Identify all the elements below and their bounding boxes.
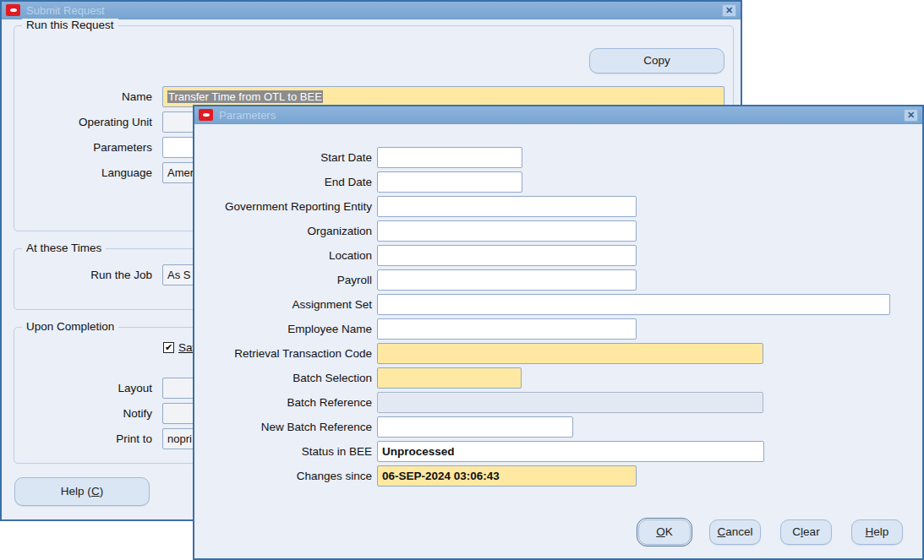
copy-button-label: Copy — [643, 54, 670, 67]
window-title: Submit Request — [26, 4, 105, 17]
clear-button-label-post: ear — [803, 525, 820, 538]
clear-button[interactable]: Clear — [780, 519, 832, 545]
copy-button[interactable]: Copy — [589, 48, 724, 73]
batch-selection-label: Batch Selection — [194, 367, 372, 389]
language-label: Language — [2, 162, 152, 183]
operating-unit-label: Operating Unit — [2, 111, 152, 133]
cancel-button-label-post: ancel — [725, 525, 752, 538]
end-date-label: End Date — [194, 171, 372, 193]
ok-button-accel: O — [656, 525, 665, 538]
oracle-logo-icon — [199, 109, 213, 121]
parameters-label: Parameters — [2, 137, 152, 158]
changes-since-label: Changes since — [194, 465, 372, 487]
end-date-field[interactable] — [377, 171, 522, 193]
parameters-dialog: Parameters ✕ Start Date End Date Governm… — [193, 105, 924, 560]
help-button-accel: H — [866, 525, 874, 538]
help-button[interactable]: Help (C) — [14, 477, 150, 506]
save-output-checkbox[interactable]: ✔ — [163, 342, 174, 353]
changes-since-value: 06-SEP-2024 03:06:43 — [382, 470, 500, 482]
status-in-bee-field[interactable]: Unprocessed — [377, 441, 764, 462]
help-button-accel: C — [91, 485, 100, 497]
run-the-job-value: As S — [167, 269, 190, 281]
cancel-button[interactable]: Cancel — [709, 519, 761, 545]
clear-button-label-pre: C — [792, 525, 801, 538]
parameters-titlebar[interactable]: Parameters ✕ — [194, 106, 922, 124]
retrieval-transaction-code-field[interactable] — [377, 343, 763, 364]
oracle-logo-icon — [6, 4, 20, 16]
help-button[interactable]: Help — [851, 519, 903, 545]
name-field-selected-text: Transfer Time from OTL to BEE — [167, 90, 323, 103]
run-this-request-group-label: Run this Request — [22, 19, 118, 31]
status-in-bee-label: Status in BEE — [194, 441, 372, 462]
cancel-button-accel: C — [717, 525, 725, 538]
batch-selection-field[interactable] — [377, 367, 522, 389]
payroll-label: Payroll — [194, 269, 372, 291]
submit-request-titlebar[interactable]: Submit Request ✕ — [2, 2, 741, 19]
ok-button-label-post: K — [665, 525, 673, 538]
organization-field[interactable] — [377, 220, 637, 242]
name-label: Name — [2, 86, 152, 107]
layout-label: Layout — [2, 378, 152, 399]
changes-since-field[interactable]: 06-SEP-2024 03:06:43 — [377, 465, 637, 487]
government-reporting-entity-label: Government Reporting Entity — [194, 196, 372, 217]
at-these-times-group-label: At these Times — [22, 242, 106, 254]
start-date-field[interactable] — [377, 147, 522, 168]
print-to-label: Print to — [2, 428, 152, 449]
employee-name-label: Employee Name — [194, 318, 372, 340]
notify-label: Notify — [2, 403, 152, 424]
close-icon[interactable]: ✕ — [722, 4, 736, 17]
start-date-label: Start Date — [194, 147, 372, 168]
new-batch-reference-field[interactable] — [377, 416, 573, 438]
print-to-value: nopri — [167, 432, 192, 445]
run-the-job-label: Run the Job — [2, 264, 152, 285]
assignment-set-label: Assignment Set — [194, 294, 372, 315]
employee-name-field[interactable] — [377, 318, 637, 340]
batch-reference-label: Batch Reference — [194, 392, 372, 413]
assignment-set-field[interactable] — [377, 294, 890, 315]
help-button-label-post: ) — [100, 485, 104, 497]
oracle-ring-icon — [203, 113, 210, 117]
oracle-ring-icon — [10, 8, 17, 12]
dialog-title: Parameters — [219, 109, 276, 122]
language-value: Amer — [167, 166, 194, 179]
batch-reference-field — [377, 392, 763, 413]
retrieval-transaction-code-label: Retrieval Transaction Code — [194, 343, 372, 364]
upon-completion-group-label: Upon Completion — [22, 320, 118, 333]
close-icon[interactable]: ✕ — [904, 109, 918, 122]
organization-label: Organization — [194, 220, 372, 242]
location-field[interactable] — [377, 245, 637, 266]
ok-button[interactable]: OK — [638, 519, 691, 545]
help-button-label-pre: Help ( — [61, 485, 91, 497]
new-batch-reference-label: New Batch Reference — [194, 416, 372, 438]
government-reporting-entity-field[interactable] — [377, 196, 637, 217]
payroll-field[interactable] — [377, 269, 637, 291]
location-label: Location — [194, 245, 372, 266]
status-in-bee-value: Unprocessed — [382, 445, 455, 458]
help-button-label-post: elp — [873, 525, 888, 538]
